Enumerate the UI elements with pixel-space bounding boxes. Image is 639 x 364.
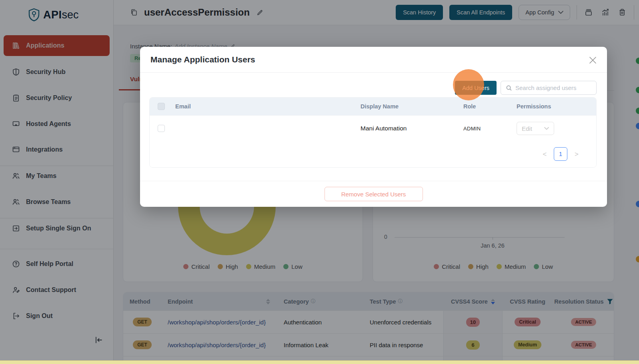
col-email: Email: [175, 103, 191, 110]
manage-users-modal: Manage Application Users Add Users Searc…: [140, 47, 607, 207]
assigned-users-header: Email Display Name Role Permissions: [150, 98, 596, 115]
row-checkbox[interactable]: [158, 125, 165, 132]
assigned-users-table: Email Display Name Role Permissions Mani…: [149, 97, 597, 168]
add-users-button[interactable]: Add Users: [455, 81, 497, 95]
search-placeholder: Search assigned users: [515, 84, 577, 91]
app-window: APIsec Applications Security Hub Securit…: [0, 0, 639, 364]
page-number-button[interactable]: 1: [554, 147, 567, 161]
bottom-notification-strip: [0, 360, 639, 364]
user-role: ADMIN: [463, 125, 481, 131]
chevron-down-icon: [544, 127, 549, 130]
remove-selected-users-button[interactable]: Remove Selected Users: [325, 187, 423, 201]
permissions-value: Edit: [522, 125, 532, 132]
next-page-icon[interactable]: >: [575, 151, 579, 158]
select-all-checkbox[interactable]: [158, 103, 165, 110]
modal-footer-divider: [140, 181, 607, 181]
modal-title: Manage Application Users: [150, 55, 255, 64]
prev-page-icon[interactable]: <: [543, 151, 547, 158]
search-assigned-users-input[interactable]: Search assigned users: [501, 81, 597, 95]
permissions-select[interactable]: Edit: [517, 122, 554, 135]
user-display-name: Mani Automation: [361, 125, 407, 132]
search-icon: [506, 85, 512, 91]
modal-toolbar: Add Users Search assigned users: [455, 81, 597, 95]
modal-header-divider: [140, 72, 607, 73]
close-icon[interactable]: [588, 55, 597, 65]
user-row: Mani Automation ADMIN Edit: [150, 115, 596, 141]
pagination: < 1 >: [150, 141, 596, 167]
col-display-name: Display Name: [361, 103, 399, 110]
col-role: Role: [463, 103, 476, 110]
col-permissions: Permissions: [517, 103, 551, 110]
